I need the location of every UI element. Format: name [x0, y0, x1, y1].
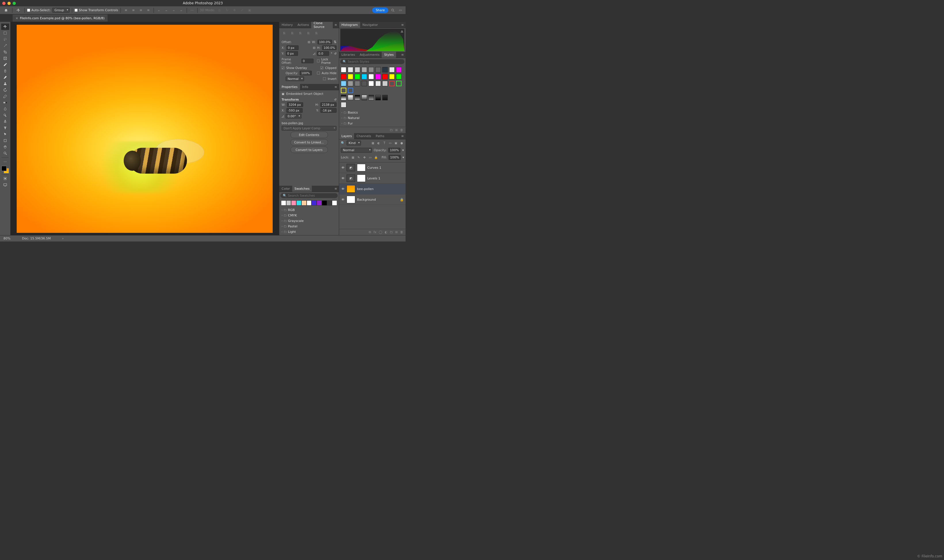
layer-name[interactable]: Levels 1 [367, 177, 404, 180]
style-swatch[interactable] [389, 74, 395, 79]
style-swatch[interactable] [368, 95, 374, 100]
marquee-tool[interactable] [1, 30, 9, 36]
style-swatch[interactable] [382, 67, 388, 72]
tab-layers[interactable]: Layers [339, 133, 354, 139]
swatches-search[interactable]: 🔍 [280, 193, 338, 198]
overlay-blend-dropdown[interactable]: Normal [286, 77, 304, 81]
style-swatch[interactable] [382, 81, 388, 86]
3d-pan-icon[interactable]: ✥ [231, 8, 237, 13]
clone-angle-field[interactable]: 0.0 [317, 51, 329, 56]
swatch[interactable] [302, 200, 306, 206]
adjustment-layer-icon[interactable]: ◐ [385, 230, 387, 234]
tab-navigator[interactable]: Navigator [360, 22, 380, 28]
auto-hide-checkbox[interactable] [317, 72, 320, 74]
lock-position-icon[interactable]: ✥ [362, 156, 367, 159]
clipped-checkbox[interactable] [320, 66, 323, 69]
style-swatch[interactable] [368, 74, 374, 79]
swatch-group[interactable]: ›🗀RGB [279, 207, 339, 213]
opacity-dropdown-icon[interactable]: ▾ [402, 148, 404, 152]
align-center-h-icon[interactable]: ≡ [131, 8, 136, 13]
style-swatch[interactable] [382, 95, 388, 100]
layer-row[interactable]: 👁Background🔒 [339, 194, 405, 205]
search-icon[interactable] [390, 8, 396, 13]
style-swatch[interactable] [389, 67, 395, 72]
tab-info[interactable]: Info [300, 84, 311, 90]
panel-menu-icon[interactable]: ≡ [399, 134, 405, 138]
layer-opacity-field[interactable]: 100% [388, 148, 400, 153]
style-swatch[interactable] [341, 81, 346, 86]
eyedropper-tool[interactable] [1, 62, 9, 68]
layer-thumbnail[interactable] [346, 196, 355, 203]
layer-row[interactable]: 👁◩Curves 1 [339, 162, 405, 173]
style-swatch[interactable] [355, 81, 360, 86]
styles-search-input[interactable] [348, 60, 402, 63]
brush-tool[interactable] [1, 74, 9, 80]
3d-slide-icon[interactable]: ⤢ [239, 8, 245, 13]
pen-tool[interactable] [1, 118, 9, 125]
style-swatch[interactable] [382, 74, 388, 79]
blur-tool[interactable] [1, 106, 9, 112]
history-brush-tool[interactable] [1, 87, 9, 93]
show-overlay-checkbox[interactable] [282, 66, 285, 69]
style-swatch[interactable] [362, 95, 367, 100]
style-folder[interactable]: ›🗀Fur [339, 121, 405, 126]
frame-tool[interactable] [1, 55, 9, 62]
swatch[interactable] [317, 200, 322, 206]
shape-tool[interactable] [1, 137, 9, 144]
lock-frame-checkbox[interactable] [317, 60, 320, 62]
style-swatch[interactable] [368, 81, 374, 86]
style-folder[interactable]: ›🗀Natural [339, 115, 405, 121]
cache-warning-icon[interactable]: ⚠ [401, 30, 403, 33]
delete-style-icon[interactable]: 🗑 [400, 128, 403, 132]
convert-layers-button[interactable]: Convert to Layers [291, 147, 328, 153]
swatch[interactable] [281, 200, 286, 206]
crop-tool[interactable] [1, 49, 9, 55]
align-bottom-icon[interactable]: ⫠ [171, 8, 177, 13]
clone-x-field[interactable]: 0 px [286, 45, 299, 50]
gradient-tool[interactable] [1, 100, 9, 106]
tab-properties[interactable]: Properties [279, 84, 300, 90]
layer-thumbnail[interactable] [346, 185, 355, 192]
tab-libraries[interactable]: Libraries [339, 52, 357, 58]
style-swatch[interactable] [396, 81, 402, 86]
doc-info[interactable]: Doc: 15.5M/36.5M [22, 237, 51, 240]
filter-type-icon[interactable]: T [382, 142, 387, 145]
magic-wand-tool[interactable] [1, 43, 9, 49]
style-swatch[interactable] [362, 74, 367, 79]
style-swatch[interactable] [341, 88, 346, 93]
new-group-icon[interactable]: 🗀 [390, 128, 393, 132]
fill-dropdown-icon[interactable]: ▾ [402, 155, 404, 159]
reset-transform-icon[interactable]: ↺ [334, 98, 337, 101]
style-swatch[interactable] [348, 67, 353, 72]
edit-toolbar-button[interactable]: ⋯ [1, 158, 9, 165]
visibility-toggle-icon[interactable]: 👁 [341, 187, 345, 191]
swatch[interactable] [286, 200, 291, 206]
swatch[interactable] [296, 200, 302, 206]
zoom-level[interactable]: 80% [3, 237, 10, 240]
layer-comp-dropdown[interactable]: Don't Apply Layer Comp [282, 126, 337, 131]
3d-roll-icon[interactable]: ↻ [224, 8, 230, 13]
style-swatch[interactable] [362, 67, 367, 72]
style-swatch[interactable] [341, 102, 346, 108]
canvas-area[interactable] [10, 22, 279, 235]
swatch-group[interactable]: ›🗀Pastel [279, 224, 339, 229]
swatch-group[interactable]: ›🗀CMYK [279, 213, 339, 218]
tab-adjustments[interactable]: Adjustments [357, 52, 382, 58]
align-top-icon[interactable]: ⫠ [156, 8, 162, 13]
style-swatch[interactable] [355, 74, 360, 79]
move-tool[interactable] [1, 23, 9, 30]
clone-slot-4[interactable]: ⎘ [305, 30, 311, 36]
style-swatch[interactable] [375, 74, 381, 79]
3d-camera-icon[interactable]: ▣ [246, 8, 252, 13]
swatch[interactable] [322, 200, 327, 206]
tab-history[interactable]: History [279, 22, 295, 28]
align-center-v-icon[interactable]: ⫠ [164, 8, 169, 13]
layer-filter-dropdown[interactable]: Kind [346, 141, 361, 145]
window-minimize-button[interactable] [8, 2, 11, 5]
new-style-icon[interactable]: ⊞ [395, 128, 398, 132]
style-swatch[interactable] [375, 67, 381, 72]
frame-offset-field[interactable]: 0 [302, 58, 314, 63]
layer-name[interactable]: bee-pollen [357, 187, 404, 191]
type-tool[interactable] [1, 125, 9, 131]
clone-slot-5[interactable]: ⎘ [313, 30, 320, 36]
